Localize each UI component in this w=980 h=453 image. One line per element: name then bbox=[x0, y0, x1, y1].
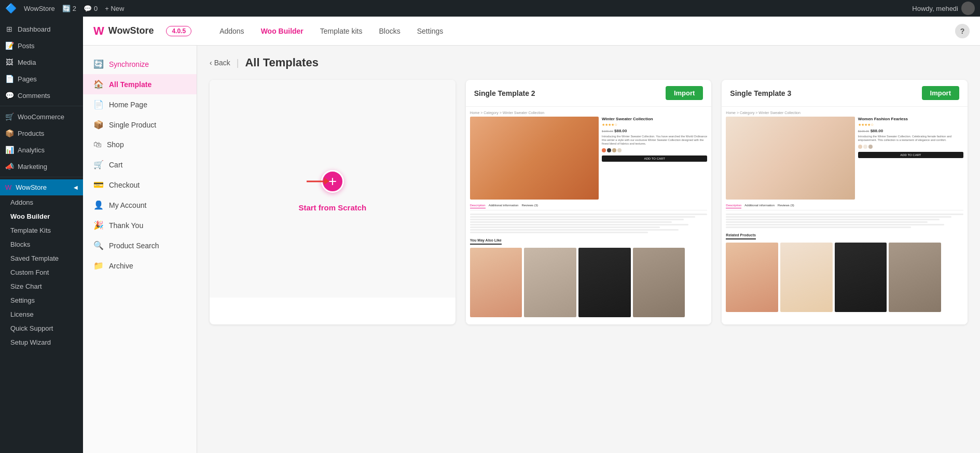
preview-thumb-4 bbox=[633, 248, 685, 317]
page-header: ‹ Back | All Templates bbox=[210, 56, 968, 69]
template-nav-label-account: My Account bbox=[109, 201, 146, 209]
sidebar-item-comments[interactable]: 💬 Comments bbox=[0, 87, 83, 104]
sidebar-item-pages[interactable]: 📄 Pages bbox=[0, 70, 83, 87]
sidebar-divider-1 bbox=[0, 106, 83, 106]
sidebar-sub-woo-builder[interactable]: Woo Builder bbox=[0, 209, 83, 223]
cart-icon: 🛒 bbox=[93, 160, 104, 169]
sidebar-sub-saved-template[interactable]: Saved Template bbox=[0, 251, 83, 265]
template-main: ‹ Back | All Templates + bbox=[197, 46, 980, 453]
archive-icon: 📁 bbox=[93, 261, 104, 271]
sidebar-sub-label-custom-font: Custom Font bbox=[10, 268, 49, 276]
page-header-divider: | bbox=[237, 58, 239, 68]
preview-text-line bbox=[470, 224, 688, 225]
preview-text-line bbox=[470, 214, 708, 215]
sidebar-item-media[interactable]: 🖼 Media bbox=[0, 54, 83, 70]
preview-thumb-2 bbox=[524, 248, 576, 317]
template-nav-synchronize[interactable]: 🔄 Synchronize bbox=[83, 54, 197, 74]
sidebar-item-analytics[interactable]: 📊 Analytics bbox=[0, 141, 83, 158]
template-nav-thank-you[interactable]: 🎉 Thank You bbox=[83, 215, 197, 235]
template-card-2-body: Home > Category > Winter Sweater Collect… bbox=[466, 107, 712, 324]
sidebar-sub-size-chart[interactable]: Size Chart bbox=[0, 279, 83, 293]
sidebar-sub-blocks[interactable]: Blocks bbox=[0, 237, 83, 251]
site-name-item[interactable]: WowStore bbox=[24, 5, 55, 12]
help-button[interactable]: ? bbox=[955, 24, 970, 38]
preview-text-line bbox=[470, 219, 684, 220]
template-nav-label-product-search: Product Search bbox=[109, 242, 159, 250]
preview-2-price: $100.00 $88.00 bbox=[602, 129, 707, 133]
new-item[interactable]: + New bbox=[105, 5, 124, 12]
template-nav-my-account[interactable]: 👤 My Account bbox=[83, 195, 197, 215]
nav-addons[interactable]: Addons bbox=[212, 24, 251, 38]
import-button-template-3[interactable]: Import bbox=[922, 86, 959, 100]
scratch-label: Start from Scratch bbox=[298, 203, 366, 212]
sidebar-label-dashboard: Dashboard bbox=[18, 25, 51, 33]
template-nav-archive[interactable]: 📁 Archive bbox=[83, 256, 197, 276]
preview-2-thumbs bbox=[470, 248, 708, 317]
nav-blocks[interactable]: Blocks bbox=[372, 24, 408, 38]
template-nav-shop[interactable]: 🛍 Shop bbox=[83, 135, 197, 154]
single-product-icon: 📦 bbox=[93, 120, 104, 130]
admin-bar-right: Howdy, mehedi bbox=[912, 2, 975, 15]
sidebar-item-woocommerce[interactable]: 🛒 WooCommerce bbox=[0, 108, 83, 125]
sidebar-sub-license[interactable]: License bbox=[0, 307, 83, 321]
sidebar-sub-setup-wizard[interactable]: Setup Wizard bbox=[0, 335, 83, 349]
sidebar-item-dashboard[interactable]: ⊞ Dashboard bbox=[0, 21, 83, 37]
nav-settings[interactable]: Settings bbox=[410, 24, 451, 38]
template-nav-all-template[interactable]: 🏠 All Template bbox=[83, 74, 197, 94]
import-button-template-2[interactable]: Import bbox=[666, 86, 703, 100]
sidebar-sub-settings[interactable]: Settings bbox=[0, 293, 83, 307]
updates-count: 2 bbox=[73, 5, 76, 12]
updates-icon: 🔄 bbox=[62, 5, 71, 12]
sidebar-sub-addons[interactable]: Addons bbox=[0, 195, 83, 209]
template-nav-checkout[interactable]: 💳 Checkout bbox=[83, 175, 197, 195]
back-label: Back bbox=[214, 59, 230, 67]
sidebar-sub-quick-support[interactable]: Quick Support bbox=[0, 321, 83, 335]
preview-3-price-old: $100.00 bbox=[858, 130, 869, 133]
preview-3-main: Women Fashion Fearless ★★★★☆ $100.00 $88… bbox=[726, 117, 963, 200]
comments-count: 0 bbox=[94, 5, 98, 12]
sidebar-sub-label-template-kits: Template Kits bbox=[10, 227, 51, 234]
start-from-scratch-button[interactable]: + Start from Scratch bbox=[210, 80, 456, 298]
preview-3-image-fill bbox=[726, 117, 854, 200]
sync-icon: 🔄 bbox=[93, 59, 104, 69]
sidebar-sub-template-kits[interactable]: Template Kits bbox=[0, 223, 83, 237]
template-card-2: Single Template 2 Import Home > Category… bbox=[466, 80, 712, 324]
nav-woo-builder[interactable]: Woo Builder bbox=[254, 24, 311, 38]
template-nav-label-synchronize: Synchronize bbox=[109, 60, 149, 68]
preview-text-line bbox=[726, 214, 963, 215]
nav-template-kits[interactable]: Template kits bbox=[313, 24, 370, 38]
sidebar-item-wowstore[interactable]: W WowStore ◀ bbox=[0, 179, 83, 195]
preview-3-related-label: Related Products bbox=[726, 233, 756, 239]
updates-item[interactable]: 🔄 2 bbox=[62, 5, 76, 12]
template-card-scratch: + Start from Scratch bbox=[210, 80, 456, 324]
analytics-icon: 📊 bbox=[5, 146, 13, 154]
preview-2-stars: ★★★★☆ bbox=[602, 123, 707, 127]
comments-item[interactable]: 💬 0 bbox=[84, 5, 98, 12]
product-preview-2: Home > Category > Winter Sweater Collect… bbox=[466, 107, 712, 324]
preview-2-price-new: $88.00 bbox=[614, 129, 627, 133]
sidebar-item-products[interactable]: 📦 Products bbox=[0, 125, 83, 141]
preview-3-add-to-cart[interactable]: ADD TO CART bbox=[858, 152, 963, 158]
template-nav-home-page[interactable]: 📄 Home Page bbox=[83, 94, 197, 115]
color-swatch-1 bbox=[602, 148, 606, 152]
template-nav-single-product[interactable]: 📦 Single Product bbox=[83, 115, 197, 135]
wp-logo[interactable]: 🔷 bbox=[5, 3, 17, 14]
sidebar-label-posts: Posts bbox=[18, 42, 35, 50]
template-nav-product-search[interactable]: 🔍 Product Search bbox=[83, 235, 197, 256]
woocommerce-icon: 🛒 bbox=[5, 112, 13, 121]
sidebar-item-marketing[interactable]: 📣 Marketing bbox=[0, 158, 83, 175]
preview-3-image bbox=[726, 117, 854, 200]
template-card-2-title: Single Template 2 bbox=[474, 89, 535, 97]
template-nav-cart[interactable]: 🛒 Cart bbox=[83, 154, 197, 175]
preview-3-breadcrumb: Home > Category > Winter Sweater Collect… bbox=[726, 111, 963, 115]
sidebar-item-posts[interactable]: 📝 Posts bbox=[0, 37, 83, 54]
preview-2-add-to-cart[interactable]: ADD TO CART bbox=[602, 155, 707, 162]
preview-related-item-1 bbox=[726, 243, 778, 312]
thank-you-icon: 🎉 bbox=[93, 220, 104, 230]
all-template-icon: 🏠 bbox=[93, 79, 104, 89]
back-button[interactable]: ‹ Back bbox=[210, 59, 230, 67]
preview-2-you-may-like-label: You May Also Like bbox=[470, 238, 502, 245]
sidebar-sub-label-size-chart: Size Chart bbox=[10, 282, 42, 290]
preview-2-breadcrumb: Home > Category > Winter Sweater Collect… bbox=[470, 111, 708, 115]
sidebar-sub-custom-font[interactable]: Custom Font bbox=[0, 265, 83, 279]
